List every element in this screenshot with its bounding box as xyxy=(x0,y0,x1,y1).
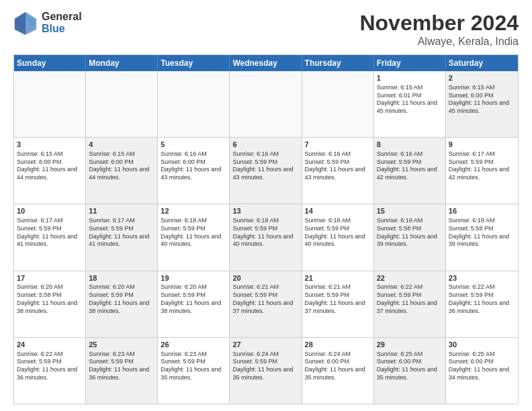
title-month: November 2024 xyxy=(359,11,519,36)
cal-cell-r0-c3 xyxy=(230,71,302,137)
calendar: Sunday Monday Tuesday Wednesday Thursday… xyxy=(13,54,519,404)
day-num-29: 29 xyxy=(377,340,443,350)
cal-cell-r4-c2: 26Sunrise: 6:23 AM Sunset: 5:59 PM Dayli… xyxy=(158,338,230,404)
cal-cell-r2-c3: 13Sunrise: 6:18 AM Sunset: 5:59 PM Dayli… xyxy=(230,204,302,270)
day-num-1: 1 xyxy=(377,73,443,83)
day-num-18: 18 xyxy=(89,273,154,283)
header-wednesday: Wednesday xyxy=(230,55,302,71)
cell-info-24: Sunrise: 6:22 AM Sunset: 5:59 PM Dayligh… xyxy=(17,351,83,382)
header-monday: Monday xyxy=(86,55,158,71)
cal-row-0: 1Sunrise: 6:15 AM Sunset: 6:01 PM Daylig… xyxy=(14,71,518,137)
cal-cell-r3-c5: 22Sunrise: 6:22 AM Sunset: 5:59 PM Dayli… xyxy=(374,271,446,337)
cell-info-17: Sunrise: 6:20 AM Sunset: 5:58 PM Dayligh… xyxy=(17,283,83,315)
cal-cell-r1-c2: 5Sunrise: 6:16 AM Sunset: 6:00 PM Daylig… xyxy=(158,138,230,203)
cell-info-30: Sunrise: 6:25 AM Sunset: 6:00 PM Dayligh… xyxy=(449,351,515,382)
cell-info-9: Sunrise: 6:17 AM Sunset: 5:59 PM Dayligh… xyxy=(449,150,515,182)
header-tuesday: Tuesday xyxy=(158,55,230,71)
day-num-13: 13 xyxy=(232,206,298,216)
day-num-22: 22 xyxy=(377,273,443,283)
day-num-27: 27 xyxy=(232,340,298,350)
cell-info-18: Sunrise: 6:20 AM Sunset: 5:59 PM Dayligh… xyxy=(89,283,154,315)
day-num-5: 5 xyxy=(161,140,226,150)
cal-row-4: 24Sunrise: 6:22 AM Sunset: 5:59 PM Dayli… xyxy=(14,337,518,404)
cell-info-26: Sunrise: 6:23 AM Sunset: 5:59 PM Dayligh… xyxy=(161,351,226,382)
cal-cell-r2-c0: 10Sunrise: 6:17 AM Sunset: 5:59 PM Dayli… xyxy=(14,204,86,270)
title-block: November 2024 Alwaye, Kerala, India xyxy=(359,11,519,48)
calendar-body: 1Sunrise: 6:15 AM Sunset: 6:01 PM Daylig… xyxy=(14,71,518,404)
day-num-14: 14 xyxy=(305,206,371,216)
cal-cell-r4-c6: 30Sunrise: 6:25 AM Sunset: 6:00 PM Dayli… xyxy=(446,338,518,404)
cal-cell-r4-c0: 24Sunrise: 6:22 AM Sunset: 5:59 PM Dayli… xyxy=(14,338,86,404)
day-num-2: 2 xyxy=(449,73,515,83)
cell-info-23: Sunrise: 6:22 AM Sunset: 5:59 PM Dayligh… xyxy=(449,283,515,315)
day-num-28: 28 xyxy=(305,340,371,350)
cell-info-6: Sunrise: 6:16 AM Sunset: 5:59 PM Dayligh… xyxy=(232,150,298,182)
cal-cell-r4-c1: 25Sunrise: 6:23 AM Sunset: 5:59 PM Dayli… xyxy=(86,338,158,404)
header-friday: Friday xyxy=(374,55,446,71)
header-saturday: Saturday xyxy=(446,55,518,71)
day-num-16: 16 xyxy=(449,206,515,216)
day-num-12: 12 xyxy=(161,206,226,216)
cal-cell-r3-c4: 21Sunrise: 6:21 AM Sunset: 5:59 PM Dayli… xyxy=(302,271,374,337)
cell-info-25: Sunrise: 6:23 AM Sunset: 5:59 PM Dayligh… xyxy=(89,351,154,382)
svg-marker-2 xyxy=(15,12,26,35)
cal-cell-r1-c6: 9Sunrise: 6:17 AM Sunset: 5:59 PM Daylig… xyxy=(446,138,518,203)
cell-info-11: Sunrise: 6:17 AM Sunset: 5:59 PM Dayligh… xyxy=(89,217,154,248)
day-num-20: 20 xyxy=(232,273,298,283)
logo-general-text: General xyxy=(42,11,82,23)
day-num-10: 10 xyxy=(17,206,83,216)
cell-info-21: Sunrise: 6:21 AM Sunset: 5:59 PM Dayligh… xyxy=(305,283,371,315)
cell-info-2: Sunrise: 6:15 AM Sunset: 6:00 PM Dayligh… xyxy=(449,84,515,116)
logo-text: General Blue xyxy=(42,11,82,34)
cal-cell-r0-c1 xyxy=(86,71,158,137)
cal-cell-r3-c2: 19Sunrise: 6:20 AM Sunset: 5:59 PM Dayli… xyxy=(158,271,230,337)
day-num-19: 19 xyxy=(161,273,226,283)
logo-blue-text: Blue xyxy=(42,23,82,35)
cal-cell-r1-c5: 8Sunrise: 6:16 AM Sunset: 5:59 PM Daylig… xyxy=(374,138,446,203)
cal-cell-r3-c6: 23Sunrise: 6:22 AM Sunset: 5:59 PM Dayli… xyxy=(446,271,518,337)
day-num-17: 17 xyxy=(17,273,83,283)
day-num-25: 25 xyxy=(89,340,154,350)
logo-icon xyxy=(13,11,38,35)
day-num-23: 23 xyxy=(449,273,515,283)
cell-info-13: Sunrise: 6:18 AM Sunset: 5:59 PM Dayligh… xyxy=(232,217,298,248)
cal-cell-r3-c3: 20Sunrise: 6:21 AM Sunset: 5:59 PM Dayli… xyxy=(230,271,302,337)
cal-cell-r0-c2 xyxy=(158,71,230,137)
day-num-15: 15 xyxy=(377,206,443,216)
cell-info-28: Sunrise: 6:24 AM Sunset: 6:00 PM Dayligh… xyxy=(305,351,371,382)
day-num-11: 11 xyxy=(89,206,154,216)
cal-cell-r4-c5: 29Sunrise: 6:25 AM Sunset: 6:00 PM Dayli… xyxy=(374,338,446,404)
cal-row-1: 3Sunrise: 6:15 AM Sunset: 6:00 PM Daylig… xyxy=(14,137,518,203)
calendar-header: Sunday Monday Tuesday Wednesday Thursday… xyxy=(14,55,518,71)
cal-cell-r0-c5: 1Sunrise: 6:15 AM Sunset: 6:01 PM Daylig… xyxy=(374,71,446,137)
day-num-9: 9 xyxy=(449,140,515,150)
day-num-4: 4 xyxy=(89,140,154,150)
cell-info-16: Sunrise: 6:19 AM Sunset: 5:58 PM Dayligh… xyxy=(449,217,515,248)
cal-row-2: 10Sunrise: 6:17 AM Sunset: 5:59 PM Dayli… xyxy=(14,203,518,270)
cell-info-1: Sunrise: 6:15 AM Sunset: 6:01 PM Dayligh… xyxy=(377,84,443,116)
cal-cell-r2-c4: 14Sunrise: 6:18 AM Sunset: 5:59 PM Dayli… xyxy=(302,204,374,270)
cal-cell-r2-c1: 11Sunrise: 6:17 AM Sunset: 5:59 PM Dayli… xyxy=(86,204,158,270)
cell-info-10: Sunrise: 6:17 AM Sunset: 5:59 PM Dayligh… xyxy=(17,217,83,248)
logo: General Blue xyxy=(13,11,82,35)
day-num-21: 21 xyxy=(305,273,371,283)
cell-info-14: Sunrise: 6:18 AM Sunset: 5:59 PM Dayligh… xyxy=(305,217,371,248)
day-num-8: 8 xyxy=(377,140,443,150)
cal-cell-r4-c3: 27Sunrise: 6:24 AM Sunset: 5:59 PM Dayli… xyxy=(230,338,302,404)
cal-cell-r2-c6: 16Sunrise: 6:19 AM Sunset: 5:58 PM Dayli… xyxy=(446,204,518,270)
cal-cell-r1-c3: 6Sunrise: 6:16 AM Sunset: 5:59 PM Daylig… xyxy=(230,138,302,203)
title-location: Alwaye, Kerala, India xyxy=(359,36,519,48)
header-sunday: Sunday xyxy=(14,55,86,71)
cell-info-27: Sunrise: 6:24 AM Sunset: 5:59 PM Dayligh… xyxy=(232,351,298,382)
cell-info-8: Sunrise: 6:16 AM Sunset: 5:59 PM Dayligh… xyxy=(377,150,443,182)
day-num-24: 24 xyxy=(17,340,83,350)
cell-info-3: Sunrise: 6:15 AM Sunset: 6:00 PM Dayligh… xyxy=(17,150,83,182)
cal-cell-r2-c2: 12Sunrise: 6:18 AM Sunset: 5:59 PM Dayli… xyxy=(158,204,230,270)
cell-info-22: Sunrise: 6:22 AM Sunset: 5:59 PM Dayligh… xyxy=(377,283,443,315)
cell-info-29: Sunrise: 6:25 AM Sunset: 6:00 PM Dayligh… xyxy=(377,351,443,382)
cal-cell-r3-c1: 18Sunrise: 6:20 AM Sunset: 5:59 PM Dayli… xyxy=(86,271,158,337)
header-thursday: Thursday xyxy=(302,55,374,71)
page: General Blue November 2024 Alwaye, Keral… xyxy=(0,0,532,411)
cell-info-20: Sunrise: 6:21 AM Sunset: 5:59 PM Dayligh… xyxy=(232,283,298,315)
cell-info-5: Sunrise: 6:16 AM Sunset: 6:00 PM Dayligh… xyxy=(161,150,226,182)
